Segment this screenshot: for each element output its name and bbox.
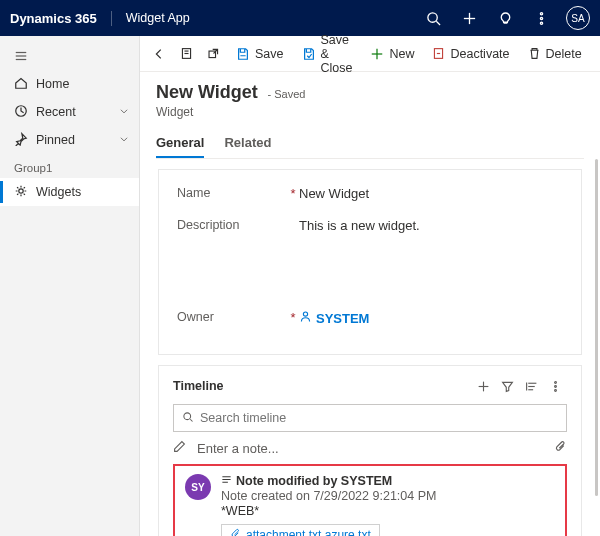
required-marker: * <box>287 308 299 325</box>
saved-indicator: - Saved <box>267 88 305 100</box>
svg-point-30 <box>554 389 556 391</box>
deactivate-button[interactable]: Deactivate <box>424 39 517 69</box>
paperclip-icon[interactable] <box>554 440 567 456</box>
note-created: Note created on 7/29/2022 9:21:04 PM <box>221 489 555 503</box>
enter-note-placeholder[interactable]: Enter a note... <box>197 441 546 456</box>
more-vertical-icon[interactable] <box>526 3 556 33</box>
more-vertical-icon[interactable] <box>543 374 567 398</box>
field-name[interactable]: Name * New Widget <box>177 184 563 210</box>
widget-icon <box>14 184 28 201</box>
timeline-note-entry[interactable]: Enter a note... <box>173 440 567 456</box>
svg-line-32 <box>190 419 192 421</box>
search-icon <box>182 411 194 426</box>
field-label: Name <box>177 184 287 200</box>
add-icon[interactable] <box>454 3 484 33</box>
timeline-note-card[interactable]: SY Note modified by SYSTEM Note created … <box>173 464 567 536</box>
timeline-search[interactable] <box>173 404 567 432</box>
svg-point-0 <box>427 12 436 21</box>
new-button[interactable]: New <box>362 39 422 69</box>
field-description[interactable]: Description This is a new widget. <box>177 216 563 242</box>
field-owner[interactable]: Owner * SYSTEM <box>177 308 563 334</box>
tabs: General Related <box>156 129 584 159</box>
page-title: New Widget <box>156 82 258 103</box>
form-icon[interactable] <box>174 39 199 69</box>
save-button[interactable]: Save <box>228 39 292 69</box>
command-bar: Save Save & Close New Deactivate Delete <box>140 36 600 72</box>
attachment-name: attachment.txt.azure.txt <box>246 528 371 536</box>
svg-point-6 <box>540 22 542 24</box>
owner-name: SYSTEM <box>316 311 369 326</box>
note-icon <box>221 474 232 488</box>
lightbulb-icon[interactable] <box>490 3 520 33</box>
deactivate-label: Deactivate <box>450 47 509 61</box>
field-value[interactable]: This is a new widget. <box>299 216 563 233</box>
chevron-down-icon <box>119 133 129 147</box>
note-attachment[interactable]: attachment.txt.azure.txt <box>221 524 380 536</box>
note-avatar: SY <box>185 474 211 500</box>
svg-point-11 <box>19 188 23 192</box>
save-label: Save <box>255 47 284 61</box>
entity-label: Widget <box>156 105 584 119</box>
save-close-button[interactable]: Save & Close <box>294 39 361 69</box>
note-title-row: Note modified by SYSTEM <box>221 474 555 488</box>
more-vertical-icon[interactable] <box>594 39 600 69</box>
svg-point-5 <box>540 17 542 19</box>
sidebar-item-widgets[interactable]: Widgets <box>0 178 139 206</box>
timeline-header: Timeline <box>173 374 567 398</box>
new-label: New <box>389 47 414 61</box>
back-button[interactable] <box>146 39 172 69</box>
sidebar: Home Recent Pinned Group1 Widgets <box>0 36 140 536</box>
svg-point-29 <box>554 385 556 387</box>
nav-actions: SA <box>418 3 590 33</box>
trash-icon <box>528 47 541 60</box>
save-close-icon <box>302 47 316 61</box>
timeline-section: Timeline Enter a note... <box>158 365 582 536</box>
popout-icon[interactable] <box>201 39 226 69</box>
svg-line-1 <box>436 21 440 25</box>
form-section: Name * New Widget Description This is a … <box>158 169 582 355</box>
delete-button[interactable]: Delete <box>520 39 590 69</box>
deactivate-icon <box>432 47 445 60</box>
form-scroll-area: Name * New Widget Description This is a … <box>140 159 600 536</box>
page-header: New Widget - Saved Widget General Relate… <box>140 72 600 159</box>
sidebar-group-label: Group1 <box>0 154 139 178</box>
sidebar-item-label: Widgets <box>36 185 81 199</box>
field-value[interactable]: SYSTEM <box>299 308 563 326</box>
required-marker: * <box>287 184 299 201</box>
sidebar-item-home[interactable]: Home <box>0 70 139 98</box>
scrollbar[interactable] <box>595 159 598 496</box>
sidebar-item-label: Recent <box>36 105 76 119</box>
search-icon[interactable] <box>418 3 448 33</box>
plus-icon <box>370 47 384 61</box>
svg-point-31 <box>184 412 191 419</box>
tab-related[interactable]: Related <box>224 129 271 158</box>
user-avatar[interactable]: SA <box>566 6 590 30</box>
sidebar-item-label: Pinned <box>36 133 75 147</box>
svg-point-4 <box>540 12 542 14</box>
sort-icon[interactable] <box>519 374 543 398</box>
hamburger-icon[interactable] <box>0 42 139 70</box>
svg-point-28 <box>554 381 556 383</box>
pin-icon <box>14 132 28 149</box>
main: Save Save & Close New Deactivate Delete <box>140 36 600 536</box>
save-icon <box>236 47 250 61</box>
tab-general[interactable]: General <box>156 129 204 158</box>
sidebar-item-pinned[interactable]: Pinned <box>0 126 139 154</box>
paperclip-icon <box>230 528 241 536</box>
brand-label: Dynamics 365 <box>10 11 112 26</box>
svg-point-22 <box>303 312 307 316</box>
timeline-title: Timeline <box>173 379 471 393</box>
note-tag: *WEB* <box>221 504 555 518</box>
pencil-icon <box>173 440 189 456</box>
global-nav: Dynamics 365 Widget App SA <box>0 0 600 36</box>
timeline-add-icon[interactable] <box>471 374 495 398</box>
sidebar-item-label: Home <box>36 77 69 91</box>
person-icon <box>299 310 312 326</box>
delete-label: Delete <box>546 47 582 61</box>
sidebar-item-recent[interactable]: Recent <box>0 98 139 126</box>
timeline-search-input[interactable] <box>200 411 558 425</box>
filter-icon[interactable] <box>495 374 519 398</box>
field-value[interactable]: New Widget <box>299 184 563 201</box>
chevron-down-icon <box>119 105 129 119</box>
field-label: Owner <box>177 308 287 324</box>
